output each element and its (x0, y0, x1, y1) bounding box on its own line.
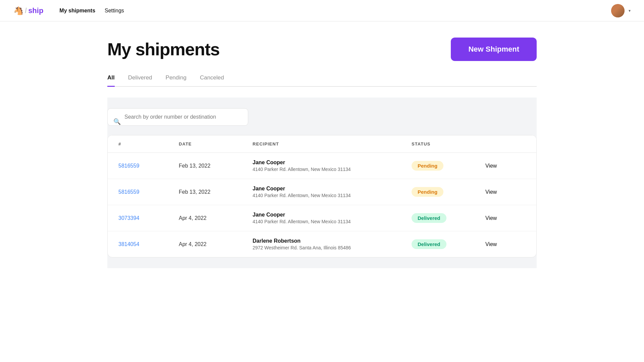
view-action[interactable]: View (485, 215, 526, 221)
logo-horse-icon: 🐴 (13, 6, 23, 15)
table-row: 3073394 Apr 4, 2022 Jane Cooper 4140 Par… (108, 205, 536, 231)
col-header-status: STATUS (412, 141, 485, 146)
view-action[interactable]: View (485, 163, 526, 169)
nav-right: ▾ (611, 4, 631, 17)
navbar: 🐴 / ship My shipments Settings ▾ (0, 0, 644, 21)
logo[interactable]: 🐴 / ship (13, 6, 43, 15)
recipient: Jane Cooper 4140 Parker Rd. Allentown, N… (253, 186, 412, 198)
order-number[interactable]: 3814054 (118, 241, 179, 247)
table-row: 5816559 Feb 13, 2022 Jane Cooper 4140 Pa… (108, 153, 536, 179)
nav-link-shipments[interactable]: My shipments (59, 8, 95, 14)
nav-links: My shipments Settings (59, 8, 124, 14)
recipient: Darlene Robertson 2972 Westheimer Rd. Sa… (253, 238, 412, 250)
shipments-table: # DATE RECIPIENT STATUS 5816559 Feb 13, … (107, 135, 537, 257)
status-badge: Delivered (412, 213, 446, 223)
chevron-down-icon[interactable]: ▾ (629, 8, 631, 13)
new-shipment-button[interactable]: New Shipment (451, 38, 537, 61)
view-action[interactable]: View (485, 189, 526, 195)
order-number[interactable]: 5816559 (118, 163, 179, 169)
status-cell: Delivered (412, 239, 485, 249)
content-area: 🔍 # DATE RECIPIENT STATUS 5816559 Feb 13… (107, 98, 537, 268)
tab-pending[interactable]: Pending (166, 74, 186, 87)
recipient: Jane Cooper 4140 Parker Rd. Allentown, N… (253, 160, 412, 172)
avatar[interactable] (611, 4, 625, 17)
table-row: 3814054 Apr 4, 2022 Darlene Robertson 29… (108, 231, 536, 257)
logo-text: ship (28, 6, 43, 15)
header-row: My shipments New Shipment (107, 38, 537, 61)
col-header-date: DATE (179, 141, 253, 146)
tab-all[interactable]: All (107, 74, 115, 87)
order-date: Feb 13, 2022 (179, 189, 253, 195)
tab-canceled[interactable]: Canceled (200, 74, 224, 87)
status-cell: Delivered (412, 213, 485, 223)
nav-link-settings[interactable]: Settings (105, 8, 124, 14)
status-badge: Pending (412, 161, 443, 171)
col-header-number: # (118, 141, 179, 146)
col-header-action (485, 141, 526, 146)
table-row: 5816559 Feb 13, 2022 Jane Cooper 4140 Pa… (108, 179, 536, 205)
logo-slash: / (25, 6, 27, 15)
recipient: Jane Cooper 4140 Parker Rd. Allentown, N… (253, 212, 412, 224)
order-date: Apr 4, 2022 (179, 241, 253, 247)
status-badge: Delivered (412, 239, 446, 249)
col-header-recipient: RECIPIENT (253, 141, 412, 146)
main-content: My shipments New Shipment All Delivered … (87, 21, 557, 268)
order-date: Apr 4, 2022 (179, 215, 253, 221)
status-cell: Pending (412, 161, 485, 171)
status-cell: Pending (412, 187, 485, 197)
status-badge: Pending (412, 187, 443, 197)
order-number[interactable]: 3073394 (118, 215, 179, 221)
view-action[interactable]: View (485, 241, 526, 247)
order-number[interactable]: 5816559 (118, 189, 179, 195)
order-date: Feb 13, 2022 (179, 163, 253, 169)
avatar-image (611, 4, 625, 17)
search-icon: 🔍 (113, 118, 121, 125)
table-header: # DATE RECIPIENT STATUS (108, 135, 536, 153)
tabs: All Delivered Pending Canceled (107, 74, 537, 87)
tab-delivered[interactable]: Delivered (128, 74, 152, 87)
search-input[interactable] (107, 108, 248, 126)
search-container: 🔍 (107, 108, 248, 135)
page-title: My shipments (107, 39, 220, 59)
